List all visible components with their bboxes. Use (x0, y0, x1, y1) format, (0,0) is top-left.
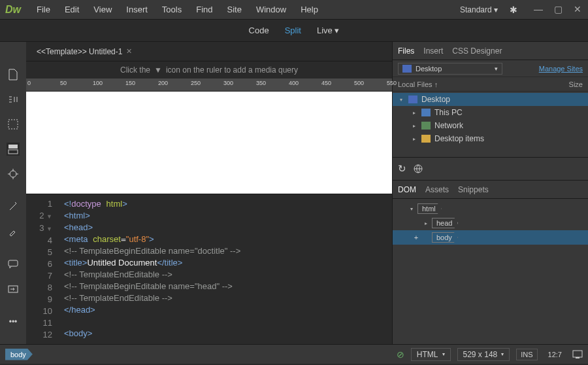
no-errors-icon[interactable]: ⊘ (397, 349, 404, 360)
view-live-button[interactable]: Live ▾ (314, 23, 342, 38)
media-query-hint: Click the ▼ icon on the ruler to add a m… (26, 61, 392, 78)
tree-item-desktop-items[interactable]: Desktop items (393, 132, 588, 145)
view-split-button[interactable]: Split (282, 23, 304, 38)
desktop-icon (402, 65, 412, 73)
add-media-query-icon[interactable]: ▼ (154, 65, 162, 75)
dom-tree: htmlhead+body (393, 199, 588, 247)
brush-icon[interactable] (7, 225, 20, 238)
menu-site[interactable]: Site (220, 2, 248, 17)
add-node-icon[interactable]: + (412, 234, 420, 241)
tag-selector-body[interactable]: body (5, 349, 33, 360)
dom-node-body[interactable]: +body (393, 230, 588, 245)
maximize-button[interactable]: ▢ (553, 6, 563, 14)
wrap-icon[interactable] (7, 283, 20, 296)
svg-rect-2 (8, 150, 18, 154)
site-selector-row: Desktop ▾ Manage Sites (393, 60, 588, 77)
dom-tab-assets[interactable]: Assets (425, 185, 449, 194)
svg-point-3 (10, 171, 16, 177)
dom-tab-dom[interactable]: DOM (398, 185, 416, 194)
dom-node-head[interactable]: head (393, 216, 588, 230)
editor-center: <<Template>> Untitled-1 ✕ Click the ▼ ic… (26, 42, 392, 344)
more-icon[interactable]: ••• (7, 315, 20, 328)
dom-node-html[interactable]: html (393, 201, 588, 216)
tree-item-desktop[interactable]: Desktop (393, 93, 588, 106)
panel-tab-files[interactable]: Files (398, 46, 414, 56)
site-dropdown[interactable]: Desktop ▾ (398, 63, 502, 75)
menu-find[interactable]: Find (189, 2, 219, 17)
document-tabbar: <<Template>> Untitled-1 ✕ (26, 42, 392, 61)
comment-icon[interactable] (7, 258, 20, 271)
dimensions-selector[interactable]: 529 x 148▾ (457, 348, 510, 361)
view-code-button[interactable]: Code (246, 23, 272, 38)
source-icon[interactable] (7, 118, 20, 131)
tree-item-network[interactable]: Network (393, 119, 588, 132)
ruler[interactable]: 050100150200250300350400450500550 (26, 78, 392, 92)
menu-window[interactable]: Window (250, 2, 293, 17)
file-columns[interactable]: Local Files ↑ Size (393, 77, 588, 92)
dom-tab-snippets[interactable]: Snippets (458, 185, 489, 194)
menu-tools[interactable]: Tools (155, 2, 188, 17)
svg-rect-8 (576, 357, 580, 358)
minimize-button[interactable]: — (533, 6, 544, 14)
wand-icon[interactable] (7, 200, 20, 213)
viewbar: Code Split Live ▾ (0, 20, 588, 42)
app-logo: Dw (5, 4, 21, 16)
code-content[interactable]: <!doctype html> <html> <head> <meta char… (59, 194, 392, 344)
manage-icon[interactable] (7, 93, 20, 106)
insert-mode[interactable]: INS (516, 349, 537, 360)
refresh-icon[interactable]: ↻ (398, 163, 406, 175)
manage-sites-link[interactable]: Manage Sites (539, 65, 583, 73)
menu-edit[interactable]: Edit (58, 2, 86, 17)
preview-icon[interactable] (572, 350, 583, 359)
main-area: ••• <<Template>> Untitled-1 ✕ Click the … (0, 42, 588, 344)
menubar: Dw FileEditViewInsertToolsFindSiteWindow… (0, 0, 588, 20)
left-tool-rail: ••• (0, 42, 26, 344)
close-tab-icon[interactable]: ✕ (126, 47, 132, 56)
tab-title: <<Template>> Untitled-1 (37, 47, 122, 56)
menu-file[interactable]: File (30, 2, 57, 17)
menubar-right: Standard ▾ ✱ — ▢ ✕ (455, 3, 583, 17)
status-bar: body ⊘ HTML▾ 529 x 148▾ INS 12:7 (0, 344, 588, 364)
cursor-position: 12:7 (544, 349, 566, 360)
panel-tab-insert[interactable]: Insert (423, 46, 443, 56)
close-button[interactable]: ✕ (572, 6, 583, 14)
workspace-switcher[interactable]: Standard ▾ (455, 3, 503, 17)
sync-icon[interactable]: ✱ (510, 5, 517, 15)
files-panel-tabs: FilesInsertCSS Designer (393, 42, 588, 60)
design-canvas[interactable] (26, 92, 392, 194)
svg-rect-1 (8, 145, 18, 148)
file-icon[interactable] (7, 68, 20, 81)
code-editor[interactable]: 12 ▼3 ▼456789101112 <!doctype html> <htm… (26, 194, 392, 344)
menu-help[interactable]: Help (294, 2, 325, 17)
dom-panel-tabs: DOMAssetsSnippets (393, 181, 588, 199)
language-selector[interactable]: HTML▾ (411, 348, 451, 361)
document-tab[interactable]: <<Template>> Untitled-1 ✕ (31, 44, 137, 59)
globe-icon[interactable] (413, 164, 423, 174)
menu-items: FileEditViewInsertToolsFindSiteWindowHel… (30, 2, 325, 17)
svg-rect-4 (8, 260, 18, 266)
line-gutter: 12 ▼3 ▼456789101112 (26, 194, 59, 344)
split-icon[interactable] (7, 143, 20, 156)
window-controls: — ▢ ✕ (533, 6, 583, 14)
tree-item-this-pc[interactable]: This PC (393, 106, 588, 119)
panel-tab-css-designer[interactable]: CSS Designer (452, 46, 502, 56)
right-panels: FilesInsertCSS Designer Desktop ▾ Manage… (392, 42, 588, 344)
target-icon[interactable] (7, 167, 20, 181)
file-tree: DesktopThis PCNetworkDesktop items (393, 92, 588, 157)
svg-rect-0 (8, 120, 18, 129)
menu-view[interactable]: View (87, 2, 118, 17)
svg-rect-7 (573, 351, 582, 357)
menu-insert[interactable]: Insert (120, 2, 154, 17)
dom-toolbar: ↻ (393, 157, 588, 181)
